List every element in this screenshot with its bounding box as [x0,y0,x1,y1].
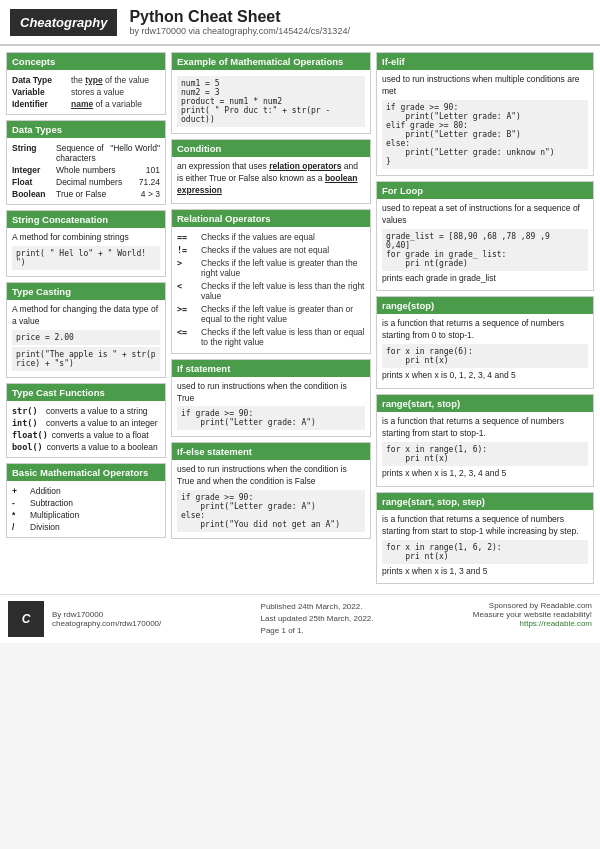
range-step-note: prints x when x is 1, 3 and 5 [382,566,588,578]
range-step-code: for x in range(1, 6, 2): pri nt(x) [382,540,588,564]
section-if-else-title: If-else statement [172,443,370,460]
list-item: Variable stores a value [12,86,160,98]
op-lt-desc: Checks if the left value is less than th… [201,281,365,301]
tcf-str-val: converts a value to a string [46,406,148,416]
list-item: Integer Whole numbers 101 [12,164,160,176]
range-stop-code: for x in range(6): pri nt(x) [382,344,588,368]
dtype-string-key: String [12,143,52,163]
type-casting-code2: print("The apple is " + str(price) + "s"… [12,347,160,371]
list-item: float() converts a value to a float [12,429,160,441]
list-item: Identifier name of a variable [12,98,160,110]
section-if-elif: If-elif used to run instructions when mu… [376,52,594,176]
footer-url: cheatography.com/rdw170000/ [52,619,161,628]
logo: Cheatography [10,9,117,36]
list-item: == Checks if the values are equal [177,231,365,244]
section-basic-math-body: + Addition - Subtraction * Multiplicatio… [7,481,165,537]
header-text: Python Cheat Sheet by rdw170000 via chea… [129,8,349,36]
section-if-else-body: used to run instructions when the condit… [172,460,370,538]
section-range-stop: range(stop) is a function that returns a… [376,296,594,389]
section-range-start-stop-body: is a function that returns a sequence of… [377,412,593,486]
tcf-float-val: converts a value to a float [52,430,149,440]
dtype-bool-val: 4 > 3 [141,189,160,199]
section-condition: Condition an expression that uses relati… [171,139,371,204]
footer-sponsor-desc: Measure your website readability! [473,610,592,619]
footer-author: By rdw170000 [52,610,161,619]
op-lte-desc: Checks if the left value is less than or… [201,327,365,347]
range-step-desc: is a function that returns a sequence of… [382,514,588,538]
section-example-math-title: Example of Mathematical Operations [172,53,370,70]
dtype-string-val: "Hello World" [110,143,160,163]
section-range-step-title: range(start, stop, step) [377,493,593,510]
section-string-concat-body: A method for combining strings print( " … [7,228,165,276]
page-title: Python Cheat Sheet [129,8,349,26]
list-item: + Addition [12,485,160,497]
section-type-casting-title: Type Casting [7,283,165,300]
section-type-cast-funcs-body: str() converts a value to a string int()… [7,401,165,457]
concept-variable-key: Variable [12,87,67,97]
section-range-step-body: is a function that returns a sequence of… [377,510,593,584]
range-stop-desc: is a function that returns a sequence of… [382,318,588,342]
footer-sponsor-label: Sponsored by Readable.com [473,601,592,610]
section-if-else: If-else statement used to run instructio… [171,442,371,539]
section-for-loop-body: used to repeat a set of instructions for… [377,199,593,291]
section-type-cast-funcs: Type Cast Functions str() converts a val… [6,383,166,458]
section-type-cast-funcs-title: Type Cast Functions [7,384,165,401]
op-lte-sym: <= [177,327,197,347]
header: Cheatography Python Cheat Sheet by rdw17… [0,0,600,46]
math-div-val: Division [30,522,60,532]
footer-left-text: By rdw170000 cheatography.com/rdw170000/ [52,610,161,628]
section-condition-body: an expression that uses relation operato… [172,157,370,203]
list-item: > Checks if the left value is greater th… [177,257,365,280]
section-range-step: range(start, stop, step) is a function t… [376,492,594,585]
footer-left: C By rdw170000 cheatography.com/rdw17000… [8,601,161,637]
section-if-stmt: If statement used to run instructions wh… [171,359,371,438]
section-for-loop-title: For Loop [377,182,593,199]
dtype-float-desc: Decimal numbers [56,177,135,187]
section-if-stmt-title: If statement [172,360,370,377]
for-loop-note: prints each grade in grade_list [382,273,588,285]
op-lt-sym: < [177,281,197,301]
footer-sponsor-link[interactable]: https://readable.com [473,619,592,628]
left-column: Concepts Data Type the type of the value… [6,52,166,584]
footer-right: Sponsored by Readable.com Measure your w… [473,601,592,628]
right-column: If-elif used to run instructions when mu… [376,52,594,584]
section-relational-ops-body: == Checks if the values are equal != Che… [172,227,370,353]
section-for-loop: For Loop used to repeat a set of instruc… [376,181,594,292]
range-stop-note: prints x when x is 0, 1, 2, 3, 4 and 5 [382,370,588,382]
range-start-stop-desc: is a function that returns a sequence of… [382,416,588,440]
concept-variable-val: stores a value [71,87,124,97]
type-casting-code1: price = 2.00 [12,330,160,345]
tcf-int-val: converts a value to an integer [46,418,158,428]
section-if-stmt-body: used to run instructions when the condit… [172,377,370,437]
page-subtitle: by rdw170000 via cheatography.com/145424… [129,26,349,36]
dtype-int-val: 101 [146,165,160,175]
for-loop-code: grade_list = [88,90 ,68 ,78 ,89 ,9 0,40]… [382,229,588,271]
math-add-key: + [12,486,26,496]
list-item: int() converts a value to an integer [12,417,160,429]
op-gte-sym: >= [177,304,197,324]
math-div-key: / [12,522,26,532]
section-type-casting-body: A method for changing the data type of a… [7,300,165,377]
list-item: - Subtraction [12,497,160,509]
section-example-math-body: num1 = 5 num2 = 3 product = num1 * num2 … [172,70,370,133]
op-neq-desc: Checks if the values are not equal [201,245,329,255]
dtype-int-desc: Whole numbers [56,165,142,175]
math-add-val: Addition [30,486,61,496]
tcf-float-key: float() [12,430,48,440]
math-sub-val: Subtraction [30,498,73,508]
dtype-string-desc: Sequence of characters [56,143,106,163]
type-casting-desc: A method for changing the data type of a… [12,304,160,328]
if-elif-code: if grade >= 90: print("Letter grade: A")… [382,100,588,169]
section-range-stop-title: range(stop) [377,297,593,314]
if-else-code: if grade >= 90: print("Letter grade: A")… [177,490,365,532]
dtype-int-key: Integer [12,165,52,175]
section-string-concat: String Concatenation A method for combin… [6,210,166,277]
section-type-casting: Type Casting A method for changing the d… [6,282,166,378]
op-neq-sym: != [177,245,197,255]
if-stmt-desc: used to run instructions when the condit… [177,381,365,405]
op-gte-desc: Checks if the left value is greater than… [201,304,365,324]
footer-mid: Published 24th March, 2022. Last updated… [261,601,374,637]
concept-datatype-val: the type of the value [71,75,149,85]
footer-page: Page 1 of 1. [261,625,374,637]
section-example-math: Example of Mathematical Operations num1 … [171,52,371,134]
